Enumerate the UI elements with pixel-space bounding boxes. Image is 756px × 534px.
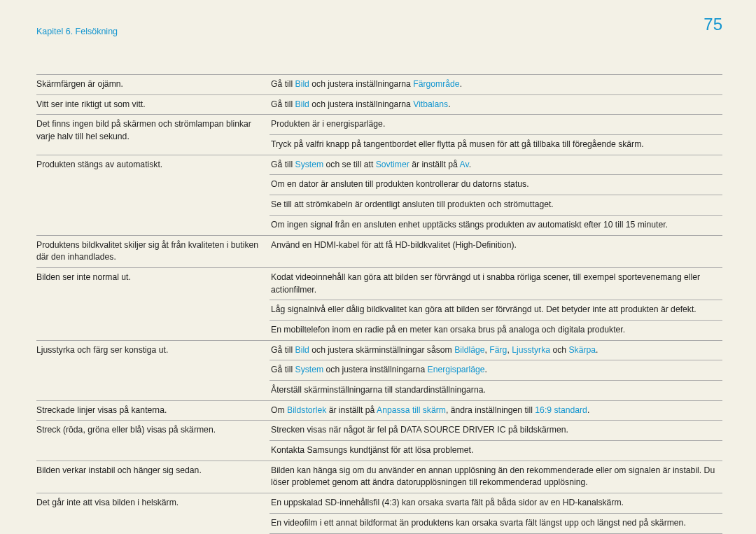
- problem-cell: Det finns ingen bild på skärmen och strö…: [36, 115, 270, 154]
- problem-cell: Bilden verkar instabil och hänger sig se…: [36, 461, 270, 493]
- solution-text: Gå till Bild och justera inställningarna…: [270, 95, 722, 115]
- solutions-cell: Produkten är i energisparläge.Tryck på v…: [270, 115, 722, 154]
- problem-cell: Streckade linjer visas på kanterna.: [36, 401, 270, 421]
- highlight-term: Ljusstyrka: [512, 345, 550, 355]
- text-segment: Låg signalnivå eller dålig bildkvalitet …: [271, 304, 696, 314]
- text-segment: Gå till: [271, 99, 295, 109]
- solution-text: Se till att strömkabeln är ordentligt an…: [270, 195, 722, 215]
- text-segment: .: [469, 160, 471, 169]
- solution-text: Bilden kan hänga sig om du använder en a…: [270, 461, 722, 493]
- solution-text: Om ingen signal från en ansluten enhet u…: [270, 215, 722, 235]
- text-segment: och: [550, 345, 568, 355]
- text-segment: Gå till: [271, 79, 295, 89]
- solution-text: Kodat videoinnehåll kan göra att bilden …: [270, 268, 722, 300]
- solutions-cell: Strecken visas när något är fel på DATA …: [270, 421, 722, 460]
- solutions-cell: Använd en HDMI-kabel för att få HD-bildk…: [270, 236, 722, 267]
- solutions-cell: Kodat videoinnehåll kan göra att bilden …: [270, 268, 722, 340]
- solutions-cell: Gå till Bild och justera inställningarna…: [270, 75, 722, 94]
- text-segment: Om en dator är ansluten till produkten k…: [271, 179, 529, 189]
- text-segment: Gå till: [271, 345, 295, 355]
- table-row: Vitt ser inte riktigt ut som vitt.Gå til…: [36, 94, 722, 115]
- solution-text: Produkten är i energisparläge.: [270, 115, 722, 134]
- text-segment: Kodat videoinnehåll kan göra att bilden …: [271, 272, 700, 295]
- solutions-cell: Om Bildstorlek är inställt på Anpassa ti…: [270, 401, 722, 421]
- highlight-term: Färg: [489, 345, 507, 355]
- highlight-term: Bildstorlek: [287, 405, 326, 415]
- table-row: Streck (röda, gröna eller blå) visas på …: [36, 420, 722, 460]
- table-row: Streckade linjer visas på kanterna.Om Bi…: [36, 400, 722, 421]
- solution-text: Använd en HDMI-kabel för att få HD-bildk…: [270, 236, 722, 255]
- highlight-term: Bild: [295, 345, 309, 355]
- problem-cell: Produkten stängs av automatiskt.: [36, 155, 270, 235]
- solutions-cell: En uppskalad SD-innehållsfil (4:3) kan o…: [270, 493, 722, 534]
- highlight-term: Anpassa till skärm: [377, 405, 446, 415]
- table-row: Produktens bildkvalitet skiljer sig åt f…: [36, 235, 722, 267]
- solutions-cell: Gå till Bild och justera inställningarna…: [270, 95, 722, 115]
- problem-cell: Ljusstyrka och färg ser konstiga ut.: [36, 341, 270, 400]
- text-segment: Gå till: [271, 160, 295, 169]
- solution-text: Gå till Bild och justera skärminställnin…: [270, 341, 722, 360]
- problem-cell: Vitt ser inte riktigt ut som vitt.: [36, 95, 270, 115]
- solution-text: En uppskalad SD-innehållsfil (4:3) kan o…: [270, 493, 722, 513]
- page-number: 75: [704, 13, 722, 37]
- text-segment: och justera inställningarna: [323, 365, 427, 374]
- problem-cell: Det går inte att visa bilden i helskärm.: [36, 493, 270, 534]
- solution-text: Gå till System och justera inställningar…: [270, 360, 722, 380]
- text-segment: Strecken visas när något är fel på DATA …: [271, 425, 568, 435]
- solution-text: Tryck på valfri knapp på tangentbordet e…: [270, 134, 722, 155]
- table-row: Skärmfärgen är ojämn.Gå till Bild och ju…: [36, 74, 722, 94]
- highlight-term: Energisparläge: [428, 365, 485, 374]
- table-row: Bilden verkar instabil och hänger sig se…: [36, 461, 722, 493]
- table-row: Det går inte att visa bilden i helskärm.…: [36, 493, 722, 534]
- text-segment: En uppskalad SD-innehållsfil (4:3) kan o…: [271, 498, 624, 507]
- text-segment: Återställ skärminställningarna till stan…: [271, 385, 486, 395]
- highlight-term: Vitbalans: [413, 99, 448, 109]
- text-segment: Om: [271, 405, 287, 415]
- text-segment: Kontakta Samsungs kundtjänst för att lös…: [271, 445, 473, 455]
- problem-cell: Produktens bildkvalitet skiljer sig åt f…: [36, 236, 270, 267]
- highlight-term: 16:9 standard: [535, 405, 587, 415]
- highlight-term: Färgområde: [413, 79, 459, 89]
- solution-text: Kontakta Samsungs kundtjänst för att lös…: [270, 440, 722, 461]
- problem-cell: Skärmfärgen är ojämn.: [36, 75, 270, 94]
- highlight-term: Sovtimer: [376, 160, 410, 169]
- troubleshooting-table: Skärmfärgen är ojämn.Gå till Bild och ju…: [36, 74, 722, 534]
- solutions-cell: Gå till System och se till att Sovtimer …: [270, 155, 722, 235]
- text-segment: En videofilm i ett annat bildformat än p…: [271, 518, 686, 528]
- text-segment: .: [596, 345, 598, 355]
- solution-text: Låg signalnivå eller dålig bildkvalitet …: [270, 300, 722, 320]
- problem-cell: Streck (röda, gröna eller blå) visas på …: [36, 421, 270, 460]
- table-row: Det finns ingen bild på skärmen och strö…: [36, 114, 722, 154]
- chapter-heading: Kapitel 6. Felsökning: [36, 25, 118, 38]
- text-segment: och justera inställningarna: [309, 79, 413, 89]
- text-segment: Bilden kan hänga sig om du använder en a…: [271, 465, 715, 488]
- text-segment: Tryck på valfri knapp på tangentbordet e…: [271, 139, 644, 149]
- problem-cell: Bilden ser inte normal ut.: [36, 268, 270, 340]
- solution-text: Om Bildstorlek är inställt på Anpassa ti…: [270, 401, 722, 421]
- text-segment: .: [448, 99, 450, 109]
- text-segment: och justera skärminställningar såsom: [309, 345, 454, 355]
- text-segment: och justera inställningarna: [309, 99, 413, 109]
- text-segment: är inställt på: [326, 405, 377, 415]
- highlight-term: System: [295, 365, 324, 374]
- text-segment: Se till att strömkabeln är ordentligt an…: [271, 199, 554, 209]
- solution-text: Gå till Bild och justera inställningarna…: [270, 75, 722, 94]
- text-segment: En mobiltelefon inom en radie på en mete…: [271, 325, 625, 335]
- table-row: Bilden ser inte normal ut.Kodat videoinn…: [36, 267, 722, 340]
- solutions-cell: Gå till Bild och justera skärminställnin…: [270, 341, 722, 400]
- solution-text: Strecken visas när något är fel på DATA …: [270, 421, 722, 440]
- highlight-term: Bild: [295, 99, 309, 109]
- text-segment: Gå till: [271, 365, 295, 374]
- solution-text: En mobiltelefon inom en radie på en mete…: [270, 320, 722, 340]
- text-segment: är inställt på: [410, 160, 460, 169]
- text-segment: Produkten är i energisparläge.: [271, 119, 385, 129]
- text-segment: .: [587, 405, 589, 415]
- text-segment: , ändra inställningen till: [446, 405, 535, 415]
- text-segment: Om ingen signal från en ansluten enhet u…: [271, 220, 668, 230]
- text-segment: Använd en HDMI-kabel för att få HD-bildk…: [271, 240, 517, 250]
- solution-text: En videofilm i ett annat bildformat än p…: [270, 513, 722, 533]
- text-segment: och se till att: [323, 160, 376, 169]
- highlight-term: Skärpa: [568, 345, 596, 355]
- highlight-term: Bild: [295, 79, 309, 89]
- solution-text: Om en dator är ansluten till produkten k…: [270, 174, 722, 195]
